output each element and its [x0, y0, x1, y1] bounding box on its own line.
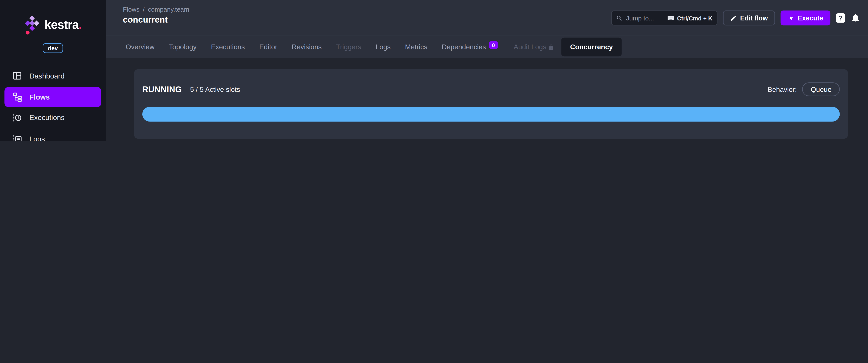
bell-icon[interactable] — [851, 13, 860, 23]
tab-overview[interactable]: Overview — [118, 38, 162, 55]
sidebar-item-flows[interactable]: Flows — [4, 87, 101, 107]
pencil-icon — [730, 14, 737, 21]
slots-progress-bar — [142, 107, 840, 122]
top-bar: Flows / company.team concurrent Jump to.… — [106, 0, 868, 35]
tab-editor[interactable]: Editor — [252, 38, 285, 55]
top-actions: Jump to... Ctrl/Cmd + K Edit flow Execut… — [611, 10, 860, 25]
environment-badge: dev — [43, 43, 63, 53]
logs-icon — [12, 134, 22, 141]
tab-logs[interactable]: Logs — [368, 38, 398, 55]
concurrency-page: RUNNING 5 / 5 Active slots Behavior: Que… — [106, 58, 868, 141]
kestra-app: kestra. dev Dashboard Flows Executions — [0, 0, 868, 141]
active-slots-card: RUNNING 5 / 5 Active slots Behavior: Que… — [134, 69, 848, 139]
main-area: Flows / company.team concurrent Jump to.… — [106, 0, 868, 141]
sidebar-item-executions[interactable]: Executions — [0, 107, 106, 128]
execute-button[interactable]: Execute — [781, 10, 831, 25]
behavior-value-pill: Queue — [802, 82, 840, 96]
lightning-icon — [788, 14, 795, 21]
executions-icon — [12, 113, 22, 123]
sidebar: kestra. dev Dashboard Flows Executions — [0, 0, 106, 141]
active-slots-text: 5 / 5 Active slots — [190, 86, 240, 93]
sidebar-item-dashboard[interactable]: Dashboard — [0, 65, 106, 87]
jump-to-search[interactable]: Jump to... Ctrl/Cmd + K — [611, 10, 717, 25]
tab-metrics[interactable]: Metrics — [398, 38, 434, 55]
sidebar-nav: Dashboard Flows Executions Logs — [0, 65, 106, 141]
dependencies-count-badge: 0 — [488, 40, 499, 50]
behavior-label: Behavior: — [768, 86, 797, 93]
sidebar-item-label: Dashboard — [29, 72, 65, 80]
breadcrumb-namespace[interactable]: company.team — [148, 6, 189, 13]
breadcrumb-flows[interactable]: Flows — [123, 6, 140, 13]
dashboard-icon — [12, 71, 22, 81]
flows-icon — [12, 92, 22, 102]
search-placeholder: Jump to... — [626, 14, 664, 21]
kestra-logo-icon — [24, 14, 40, 37]
tab-executions[interactable]: Executions — [204, 38, 252, 55]
sidebar-item-label: Logs — [29, 135, 45, 141]
tab-concurrency[interactable]: Concurrency — [561, 37, 622, 56]
breadcrumb-separator: / — [143, 6, 145, 13]
tab-topology[interactable]: Topology — [162, 38, 204, 55]
tab-audit-logs: Audit Logs — [506, 38, 561, 55]
search-icon — [616, 14, 623, 21]
logo-text: kestra. — [44, 14, 82, 35]
lock-icon — [548, 44, 554, 50]
keyboard-icon — [667, 14, 674, 22]
help-button[interactable]: ? — [836, 13, 845, 23]
sidebar-item-label: Flows — [29, 93, 50, 101]
flow-tabs: Overview Topology Executions Editor Revi… — [106, 35, 868, 58]
sidebar-item-logs[interactable]: Logs — [0, 128, 106, 141]
edit-flow-button[interactable]: Edit flow — [723, 10, 775, 25]
search-shortcut: Ctrl/Cmd + K — [667, 14, 713, 22]
tab-triggers: Triggers — [329, 38, 369, 55]
concurrency-state-title: RUNNING — [142, 85, 182, 94]
tab-revisions[interactable]: Revisions — [285, 38, 329, 55]
logo-dot: . — [79, 18, 82, 31]
tab-dependencies[interactable]: Dependencies0 — [434, 38, 506, 55]
sidebar-item-label: Executions — [29, 113, 65, 122]
kestra-logo[interactable]: kestra. — [0, 14, 106, 39]
slots-progress-fill — [142, 107, 840, 122]
